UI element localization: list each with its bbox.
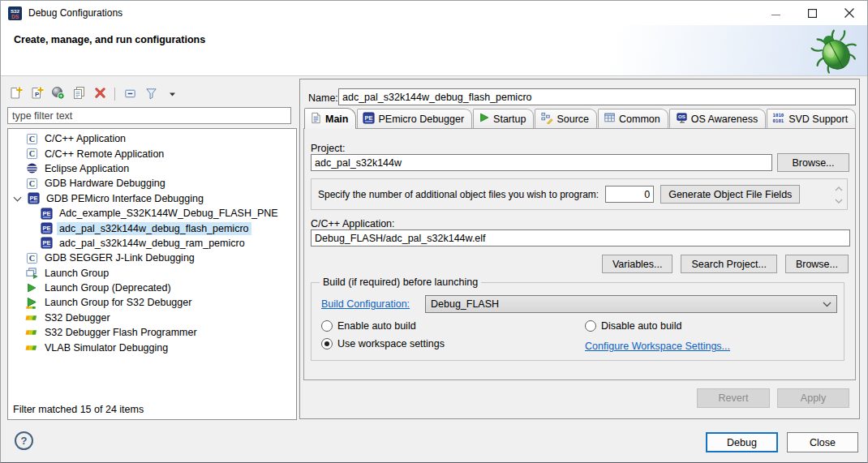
tab-startup[interactable]: Startup bbox=[473, 109, 534, 128]
minimize-button[interactable] bbox=[758, 1, 794, 25]
scroll-down-icon[interactable] bbox=[835, 195, 843, 206]
tree-item[interactable]: VLAB Simulator Debugging bbox=[8, 340, 296, 354]
debug-configurations-window: S32DS Debug Configurations Create, manag… bbox=[0, 0, 868, 463]
new-prototype-icon: P bbox=[30, 86, 44, 102]
tree-item[interactable]: CGDB Hardware Debugging bbox=[8, 176, 296, 191]
enable-auto-build-radio[interactable]: Enable auto build bbox=[321, 320, 416, 332]
collapse-all-button[interactable] bbox=[122, 86, 138, 102]
svg-text:S32: S32 bbox=[11, 7, 20, 13]
duplicate-button[interactable] bbox=[71, 86, 87, 102]
tree-item[interactable]: Launch Group (Deprecated) bbox=[8, 281, 296, 295]
browse-project-button[interactable]: Browse... bbox=[777, 153, 849, 172]
svg-text:C: C bbox=[28, 179, 34, 188]
svg-text:C: C bbox=[28, 254, 34, 263]
export-configurations-icon bbox=[51, 86, 65, 102]
tree-item[interactable]: Eclipse Application bbox=[8, 161, 296, 176]
tree-item[interactable]: Launch Group bbox=[8, 266, 296, 281]
bug-icon bbox=[809, 26, 859, 76]
close-dialog-button[interactable]: Close bbox=[787, 432, 858, 452]
debug-button[interactable]: Debug bbox=[706, 432, 778, 452]
tab-label: Common bbox=[619, 114, 660, 125]
export-configurations-button[interactable] bbox=[49, 86, 66, 102]
maximize-button[interactable] bbox=[794, 1, 831, 25]
svg-text:DS: DS bbox=[11, 14, 19, 19]
variables-button[interactable]: Variables... bbox=[602, 255, 673, 273]
c-app-icon: C bbox=[25, 148, 38, 160]
tree-item[interactable]: CC/C++ Remote Application bbox=[8, 146, 296, 161]
tree-item-label: Launch Group bbox=[42, 267, 111, 280]
tab-source[interactable]: Source bbox=[535, 109, 597, 128]
filter-input[interactable] bbox=[7, 107, 291, 124]
toolbar-separator bbox=[114, 88, 115, 101]
duplicate-icon bbox=[72, 86, 86, 102]
tree-item-label: adc_pal_s32k144w_debug_flash_pemicro bbox=[57, 222, 251, 235]
tree-item[interactable]: PEGDB PEMicro Interface Debugging bbox=[8, 191, 296, 206]
new-configuration-icon bbox=[9, 86, 23, 102]
disable-auto-build-radio[interactable]: Disable auto build bbox=[585, 320, 681, 332]
nxp-icon bbox=[25, 313, 38, 323]
tab-os-awareness[interactable]: OSOS Awareness bbox=[669, 109, 766, 128]
banner-title: Create, manage, and run configurations bbox=[14, 34, 205, 45]
object-files-group: Specify the number of additional object … bbox=[311, 178, 848, 210]
build-group: Build (if required) before launching Bui… bbox=[311, 282, 844, 361]
tree-item[interactable]: PEadc_pal_s32k144w_debug_flash_pemicro bbox=[8, 221, 296, 235]
application-label: C/C++ Application: bbox=[311, 218, 395, 229]
toolbar-menu-button[interactable] bbox=[164, 86, 180, 102]
tab-svd-support[interactable]: 10100101SVD Support bbox=[767, 109, 856, 128]
tree-item[interactable]: PEAdc_example_S32K144W_Debug_FLASH_PNE bbox=[8, 206, 296, 221]
browse-application-button[interactable]: Browse... bbox=[785, 255, 849, 273]
expand-chevron-icon[interactable] bbox=[14, 193, 22, 201]
svg-text:0101: 0101 bbox=[773, 118, 784, 123]
c-app-icon: C bbox=[25, 133, 38, 145]
c-app-icon: C bbox=[25, 178, 38, 190]
object-files-count-input[interactable] bbox=[605, 186, 654, 203]
build-configuration-select[interactable]: Debug_FLASH bbox=[425, 295, 837, 313]
help-button[interactable]: ? bbox=[15, 431, 33, 450]
radio-circle bbox=[321, 320, 333, 332]
pe-icon: PE bbox=[40, 222, 53, 234]
tree-item-label: S32 Debugger bbox=[42, 311, 113, 324]
tree-item[interactable]: Launch Group for S32 Debugger bbox=[8, 295, 296, 310]
apply-button[interactable]: Apply bbox=[777, 388, 849, 408]
pe-icon: PE bbox=[363, 112, 375, 126]
scroll-up-icon[interactable] bbox=[835, 182, 843, 194]
name-input[interactable] bbox=[338, 88, 856, 105]
project-label: Project: bbox=[311, 143, 345, 154]
new-configuration-button[interactable] bbox=[7, 86, 24, 102]
tree-item[interactable]: CGDB SEGGER J-Link Debugging bbox=[8, 251, 296, 265]
tree-item[interactable]: S32 Debugger bbox=[8, 311, 296, 325]
configure-workspace-settings-link[interactable]: Configure Workspace Settings... bbox=[585, 341, 730, 352]
tab-label: Startup bbox=[493, 114, 526, 125]
tree-item[interactable]: S32 Debugger Flash Programmer bbox=[8, 325, 296, 340]
application-buttons: Variables... Search Project... Browse... bbox=[602, 255, 849, 273]
titlebar: S32DS Debug Configurations bbox=[1, 1, 867, 25]
generate-object-fields-button[interactable]: Generate Object File Fields bbox=[660, 185, 800, 204]
tree-item-label: adc_pal_s32k144w_debug_ram_pemicro bbox=[57, 237, 247, 250]
nxp-icon bbox=[25, 328, 38, 337]
svg-text:PE: PE bbox=[365, 114, 373, 121]
dialog-banner: Create, manage, and run configurations bbox=[1, 25, 867, 76]
launch-group-icon bbox=[25, 267, 38, 279]
radio-label: Use workspace settings bbox=[337, 338, 445, 349]
tree-item[interactable]: PEadc_pal_s32k144w_debug_ram_pemicro bbox=[8, 236, 296, 251]
window-title: Debug Configurations bbox=[28, 7, 122, 19]
project-input[interactable] bbox=[311, 154, 772, 171]
search-project-button[interactable]: Search Project... bbox=[681, 255, 776, 273]
collapse-all-icon bbox=[123, 87, 137, 102]
tree-item[interactable]: CC/C++ Application bbox=[8, 131, 296, 146]
use-workspace-settings-radio[interactable]: Use workspace settings bbox=[321, 338, 445, 349]
delete-button[interactable] bbox=[92, 86, 108, 102]
build-configuration-link[interactable]: Build Configuration: bbox=[321, 298, 410, 310]
tree-item-label: VLAB Simulator Debugging bbox=[42, 341, 170, 354]
tab-common[interactable]: Common bbox=[598, 109, 668, 128]
svg-text:PE: PE bbox=[42, 225, 50, 232]
revert-button[interactable]: Revert bbox=[697, 388, 770, 408]
tab-pemicro-debugger[interactable]: PEPEmicro Debugger bbox=[357, 109, 472, 128]
close-button[interactable] bbox=[831, 1, 867, 25]
help-glyph: ? bbox=[21, 435, 28, 447]
new-prototype-button[interactable]: P bbox=[28, 86, 45, 102]
filter-button[interactable] bbox=[143, 86, 159, 102]
pe-icon: PE bbox=[40, 237, 53, 249]
application-input[interactable] bbox=[311, 229, 850, 247]
tab-main[interactable]: Main bbox=[304, 108, 356, 129]
